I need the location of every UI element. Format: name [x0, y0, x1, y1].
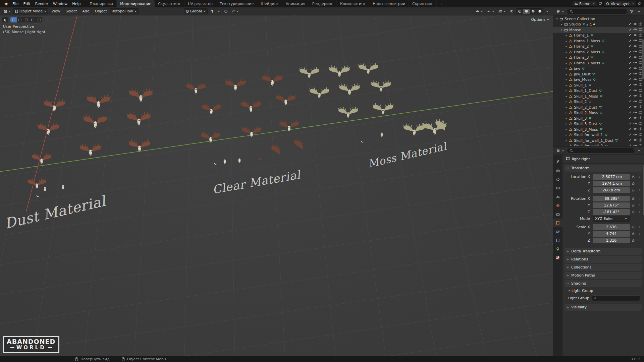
decorator-dot-icon[interactable] [637, 182, 642, 185]
hide-eye-icon[interactable] [633, 94, 637, 99]
select-lasso-tool-button[interactable] [23, 17, 30, 22]
checkbox-icon[interactable] [628, 127, 632, 132]
render-camera-icon[interactable] [639, 94, 642, 99]
workspace-tab[interactable]: Планировка [86, 0, 117, 7]
mode-dropdown[interactable]: Object Mode [13, 8, 48, 14]
properties-physics-tab[interactable] [553, 227, 562, 236]
outliner-row-collection[interactable]: ▸Studioa [553, 22, 644, 27]
hide-eye-icon[interactable] [633, 61, 637, 65]
properties-object-tab[interactable] [553, 219, 562, 227]
scene-objects[interactable] [28, 63, 447, 197]
render-camera-icon[interactable] [639, 111, 642, 115]
xray-toggle[interactable] [508, 8, 515, 14]
menu-file[interactable]: File [10, 0, 21, 7]
render-camera-icon[interactable] [639, 50, 642, 54]
expand-arrow-icon[interactable]: ▸ [565, 95, 568, 98]
shading-solid-button[interactable] [523, 9, 530, 14]
properties-output-tab[interactable] [553, 175, 562, 184]
viewport-menu-object[interactable]: Object [93, 9, 109, 13]
number-field[interactable]: 1.316 [593, 238, 630, 243]
remove-viewlayer-icon[interactable]: ✕ [631, 2, 634, 5]
workspace-tab[interactable]: Скриптинг [409, 0, 437, 7]
select-box-tool-button[interactable] [10, 17, 17, 22]
checkbox-icon[interactable] [628, 88, 632, 93]
panel-header-motion-paths[interactable]: ▸Motion Paths [565, 272, 642, 279]
render-camera-icon[interactable] [639, 44, 642, 49]
expand-arrow-icon[interactable]: ▸ [565, 117, 568, 120]
outliner-row-object[interactable]: ▸Skull_1 [553, 82, 644, 88]
lock-open-icon[interactable] [631, 232, 636, 235]
editor-type-button[interactable] [555, 147, 566, 154]
menu-window[interactable]: Window [51, 0, 70, 7]
viewlayer-selector[interactable]: ViewLayer✕ [603, 1, 637, 7]
checkbox-icon[interactable] [628, 61, 632, 65]
properties-scene-tab[interactable] [553, 192, 562, 201]
transform-orientation-dropdown[interactable]: Global [184, 8, 208, 14]
render-camera-icon[interactable] [639, 133, 642, 137]
checkbox-icon[interactable] [628, 133, 632, 137]
render-camera-icon[interactable] [639, 61, 642, 65]
outliner-row-object[interactable]: ▸jaw [553, 66, 644, 72]
outliner-row-object[interactable]: ▸jaw_Dust [553, 71, 644, 77]
render-camera-icon[interactable] [639, 83, 642, 87]
viewport-menu-select[interactable]: Select [63, 9, 79, 13]
number-field[interactable]: 12.675° [593, 202, 630, 208]
outliner-row-object[interactable]: ▸jaw_Moss [553, 77, 644, 83]
shading-settings-dropdown[interactable] [544, 8, 550, 14]
checkbox-icon[interactable] [628, 100, 632, 104]
proportional-falloff-dropdown[interactable] [230, 8, 240, 14]
outliner-row-object[interactable]: ▸Horns_1_Moss [553, 38, 644, 44]
render-camera-icon[interactable] [639, 27, 642, 32]
checkbox-icon[interactable] [628, 50, 632, 54]
outliner-row-object[interactable]: ▸Horns_1 [553, 33, 644, 39]
workspace-tab[interactable]: Рендеринг [309, 0, 337, 7]
properties-collection-tab[interactable] [553, 210, 562, 219]
properties-data-tab[interactable] [553, 245, 562, 253]
number-field[interactable]: -2.3077 cm [593, 174, 630, 180]
panel-header-shading[interactable]: ▾Shading [565, 280, 642, 287]
hide-eye-icon[interactable] [633, 138, 637, 143]
transform-panel-header[interactable]: ▾Transform [565, 165, 642, 172]
render-camera-icon[interactable] [639, 116, 642, 121]
decorator-dot-icon[interactable] [637, 189, 642, 192]
render-camera-icon[interactable] [639, 144, 642, 146]
workspace-tab[interactable]: Скульптинг [155, 0, 184, 7]
expand-arrow-icon[interactable]: ▸ [565, 51, 568, 54]
scene-selector[interactable]: Scene✕ [572, 1, 597, 7]
new-scene-icon[interactable] [599, 2, 602, 6]
render-camera-icon[interactable] [639, 100, 642, 104]
number-field[interactable]: -69.395° [593, 196, 630, 201]
properties-render-tab[interactable] [553, 166, 562, 175]
unlink-scene-icon[interactable]: ✕ [592, 2, 595, 5]
shading-material-button[interactable] [530, 9, 536, 14]
render-camera-icon[interactable] [639, 138, 642, 143]
decorator-dot-icon[interactable] [637, 232, 642, 235]
snap-settings-dropdown[interactable] [216, 8, 222, 14]
render-camera-icon[interactable] [639, 22, 642, 27]
number-field[interactable]: -181.42° [593, 209, 630, 215]
lock-open-icon[interactable] [631, 203, 636, 207]
workspace-tab[interactable]: Моделирование [117, 0, 155, 7]
expand-arrow-icon[interactable]: ▸ [565, 89, 568, 92]
workspace-tab[interactable]: Композитинг [337, 0, 369, 7]
hide-eye-icon[interactable] [633, 88, 637, 93]
render-camera-icon[interactable] [639, 88, 642, 93]
menu-render[interactable]: Render [33, 0, 51, 7]
checkbox-icon[interactable] [628, 55, 632, 60]
expand-arrow-icon[interactable]: ▸ [565, 40, 568, 43]
hide-eye-icon[interactable] [633, 100, 637, 104]
outliner-row-object[interactable]: ▸Horns_3 [553, 55, 644, 61]
properties-filter-dropdown[interactable] [636, 147, 642, 154]
hide-eye-icon[interactable] [633, 127, 637, 132]
expand-arrow-icon[interactable]: ▸ [565, 106, 568, 109]
hide-eye-icon[interactable] [633, 50, 637, 54]
hide-eye-icon[interactable] [633, 77, 637, 82]
lock-open-icon[interactable] [631, 182, 636, 185]
outliner-row-object[interactable]: ▸Skull_2_Dust [553, 105, 644, 110]
outliner-row-object[interactable]: ▸Skull_2_Moss [553, 110, 644, 116]
decorator-dot-icon[interactable] [637, 197, 642, 200]
expand-arrow-icon[interactable]: ▸ [565, 122, 568, 125]
shading-rendered-button[interactable] [536, 9, 543, 14]
hide-eye-icon[interactable] [633, 116, 637, 121]
snap-toggle[interactable] [209, 8, 215, 14]
